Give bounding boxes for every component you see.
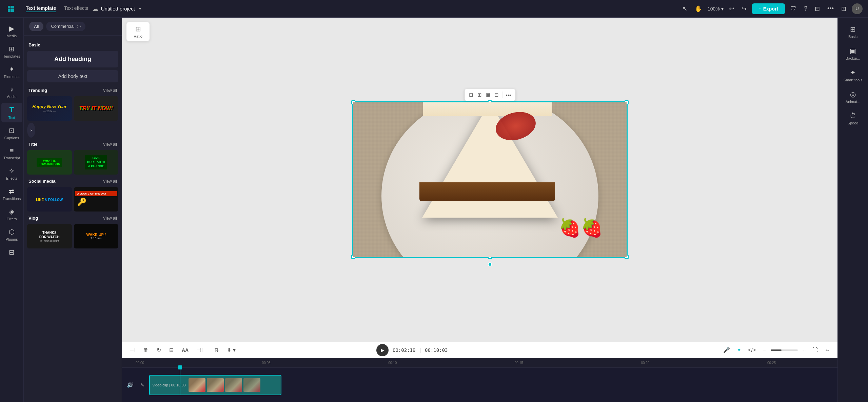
ratio-widget[interactable]: ⊞ Ratio — [126, 22, 150, 41]
sidebar-item-captions[interactable]: ⊡ Captions — [1, 124, 22, 143]
template-card-try[interactable]: TRY IT NOW! — [74, 96, 119, 121]
cursor-tool-btn[interactable]: ↖ — [680, 3, 689, 15]
rs-item-smart-tools[interactable]: ✦ Smart tools — [839, 65, 867, 85]
canvas-area: ⊞ Ratio ⊡ ⊞ ⊠ ⊟ ••• — [122, 18, 837, 402]
cloud-icon: ☁ — [92, 5, 98, 13]
filter-all-btn[interactable]: All — [29, 22, 43, 31]
mic-btn[interactable]: 🎤 — [721, 345, 732, 355]
hny-text: Happy New Year — [32, 104, 66, 109]
playhead[interactable] — [180, 365, 180, 395]
text-templates-panel: All Commercial ⓘ Basic Add heading Add b… — [24, 18, 122, 402]
timeline-edit-btn[interactable]: ✎ — [138, 380, 146, 390]
tab-text-template[interactable]: Text template — [26, 5, 56, 12]
video-clip[interactable]: video clip | 00:10:03 — [149, 375, 281, 395]
split-btn[interactable]: ⊣ — [127, 344, 137, 356]
rs-item-basic[interactable]: ⊞ Basic — [839, 22, 867, 42]
social-view-all[interactable]: View all — [103, 179, 117, 184]
canvas-viewport[interactable]: ⊞ Ratio ⊡ ⊞ ⊠ ⊟ ••• — [122, 18, 837, 342]
template-card-hny[interactable]: Happy New Year — 2024 — — [27, 96, 72, 121]
canvas-frame[interactable]: ⊡ ⊞ ⊠ ⊟ ••• — [353, 102, 627, 258]
sidebar-item-media[interactable]: ▶ Media — [1, 22, 22, 41]
bottom-icon: ⊟ — [9, 248, 15, 256]
template-card-vlog1[interactable]: THANKSFOR WATCH @ Your account — [27, 224, 72, 248]
clip-thumb-1 — [189, 378, 205, 392]
trim-btn[interactable]: ⊟ — [167, 345, 176, 355]
user-avatar[interactable]: U — [852, 3, 863, 14]
undo-btn[interactable]: ↩ — [727, 3, 736, 15]
timeline-volume-btn[interactable]: 🔊 — [125, 380, 136, 390]
sidebar-item-templates[interactable]: ⊞ Templates — [1, 42, 22, 61]
magic-btn[interactable]: ✦ — [735, 345, 743, 355]
zoom-out-btn[interactable]: − — [761, 345, 768, 355]
filter-commercial-btn[interactable]: Commercial ⓘ — [46, 22, 85, 31]
fullscreen-btn[interactable]: ⛶ — [810, 345, 820, 355]
hand-tool-btn[interactable]: ✋ — [693, 3, 704, 15]
layout-toggle-btn[interactable]: ⊡ — [839, 3, 848, 15]
sidebar-item-text[interactable]: T Text — [1, 103, 22, 122]
text-style-btn[interactable]: AA — [180, 345, 191, 355]
left-icon-sidebar: ▶ Media ⊞ Templates ✦ Elements ♪ Audio T… — [0, 18, 24, 402]
sidebar-item-bottom[interactable]: ⊟ — [1, 245, 22, 259]
sidebar-item-elements[interactable]: ✦ Elements — [1, 62, 22, 81]
sidebar-item-filters[interactable]: ◈ Filters — [1, 205, 22, 224]
project-dropdown-arrow[interactable]: ▾ — [139, 6, 141, 11]
template-card-title1[interactable]: WHAT ISLOW-CARBON — [27, 150, 72, 175]
sidebar-label-filters: Filters — [7, 217, 17, 221]
cf-trim-btn[interactable]: ⊠ — [485, 91, 492, 99]
sidebar-item-audio[interactable]: ♪ Audio — [1, 83, 22, 101]
rs-item-background[interactable]: ▣ Backgr... — [839, 43, 867, 64]
sm2-key-icon: 🔑 — [75, 196, 117, 208]
vlog2-text: WAKE UP / — [86, 233, 106, 237]
tab-text-effects[interactable]: Text effects — [64, 5, 88, 12]
project-title[interactable]: Untitled project — [101, 6, 135, 12]
effects-icon: ✧ — [9, 167, 15, 175]
delete-btn[interactable]: 🗑 — [141, 345, 151, 355]
export-btn[interactable]: ⬇ ▾ — [225, 345, 237, 355]
template-card-sm1[interactable]: LIKE & FOLLOW — [27, 187, 72, 212]
trending-next-arrow[interactable]: › — [27, 123, 35, 138]
cf-pip-btn[interactable]: ⊟ — [493, 91, 500, 99]
export-button[interactable]: ↑ Export — [752, 3, 785, 14]
play-button[interactable]: ▶ — [376, 344, 389, 356]
code-btn[interactable]: </> — [746, 345, 758, 355]
cf-crop-btn[interactable]: ⊡ — [468, 91, 475, 99]
template-card-sm2[interactable]: A QUOTE OF THE DAY 🔑 — [74, 187, 119, 212]
flip-btn[interactable]: ⇅ — [212, 345, 221, 355]
rs-item-speed[interactable]: ⏱ Speed — [839, 108, 867, 128]
sidebar-item-transcript[interactable]: ≡ Transcript — [1, 144, 22, 163]
zoom-control[interactable]: 100% ▾ — [708, 6, 724, 12]
help-icon-btn[interactable]: ? — [802, 3, 809, 14]
handle-rotate[interactable] — [488, 262, 492, 266]
vlog-view-all[interactable]: View all — [103, 216, 117, 221]
panel-scroll[interactable]: Basic Add heading Add body text Trending… — [24, 36, 122, 402]
sidebar-label-elements: Elements — [4, 75, 20, 79]
add-heading-btn[interactable]: Add heading — [27, 51, 118, 67]
app-logo[interactable] — [5, 3, 16, 14]
share-icon-btn[interactable]: ⊟ — [813, 3, 822, 15]
add-body-btn[interactable]: Add body text — [27, 70, 118, 82]
sidebar-item-transitions[interactable]: ⇄ Transitions — [1, 184, 22, 203]
template-card-title2[interactable]: GIVEOUR EARTHA CHANCE — [74, 150, 119, 175]
rs-item-animate[interactable]: ◎ Animat... — [839, 87, 867, 107]
rs-speed-label: Speed — [848, 121, 859, 125]
more-options-btn[interactable]: ••• — [825, 3, 836, 14]
zoom-dropdown-arrow: ▾ — [721, 6, 724, 12]
section-basic-label: Basic — [28, 42, 117, 47]
toolbar-right-controls: 🎤 ✦ </> − + ⛶ ↔ — [721, 345, 832, 355]
sidebar-label-media: Media — [7, 34, 17, 38]
template-card-vlog2[interactable]: WAKE UP / 7:15 am — [74, 224, 119, 248]
cf-more-btn[interactable]: ••• — [505, 91, 513, 99]
zoom-in-btn[interactable]: + — [801, 345, 808, 355]
fit-btn[interactable]: ↔ — [823, 345, 832, 355]
shield-icon-btn[interactable]: 🛡 — [788, 3, 798, 14]
trending-view-all[interactable]: View all — [103, 88, 117, 93]
playhead-handle[interactable] — [178, 365, 182, 369]
loop-btn[interactable]: ↻ — [155, 345, 163, 355]
cf-replace-btn[interactable]: ⊞ — [476, 91, 483, 99]
sidebar-item-plugins[interactable]: ⬡ Plugins — [1, 225, 22, 244]
zoom-slider[interactable] — [771, 349, 798, 351]
redo-btn[interactable]: ↪ — [739, 3, 749, 15]
title-view-all[interactable]: View all — [103, 142, 117, 147]
sidebar-item-effects[interactable]: ✧ Effects — [1, 164, 22, 183]
arrange-btn[interactable]: ⊣⊢ — [195, 345, 208, 355]
